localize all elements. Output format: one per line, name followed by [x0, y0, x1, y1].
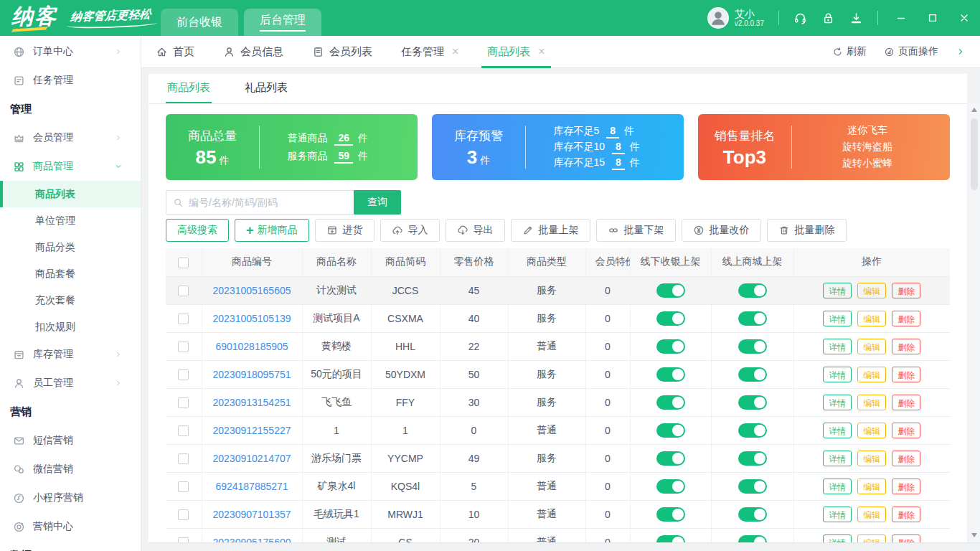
sidebar-item-order-center[interactable]: 订单中心 [0, 37, 141, 66]
maximize-button[interactable] [927, 12, 938, 24]
product-code-link[interactable]: 6924187885271 [215, 481, 288, 492]
minimize-button[interactable] [895, 12, 907, 24]
edit-button[interactable]: 编辑 [857, 423, 886, 438]
delete-button[interactable]: 删除 [892, 451, 920, 466]
row-checkbox[interactable] [178, 286, 189, 296]
detail-button[interactable]: 详情 [823, 395, 852, 410]
stat-line-value[interactable]: 26 [334, 132, 353, 146]
sidebar-item-marketing-center[interactable]: 营销中心 [0, 512, 141, 541]
offline-toggle[interactable] [656, 367, 685, 382]
product-code-link[interactable]: 20230913154251 [212, 397, 291, 408]
product-code-link[interactable]: 20231005165605 [212, 285, 291, 296]
top-nav-tab-cashier[interactable]: 前台收银 [161, 9, 238, 36]
row-checkbox[interactable] [178, 453, 189, 464]
product-code-link[interactable]: 20231005105139 [212, 313, 291, 324]
lock-icon[interactable] [821, 11, 835, 25]
delete-button[interactable]: 删除 [892, 423, 920, 438]
offline-toggle[interactable] [656, 535, 685, 543]
edit-button[interactable]: 编辑 [857, 367, 886, 382]
stat-line-value[interactable]: 8 [612, 141, 625, 154]
online-toggle[interactable] [738, 339, 767, 354]
delete-button[interactable]: 删除 [892, 339, 920, 354]
close-tab-icon[interactable]: × [538, 45, 545, 58]
panel-tab-goods-list[interactable]: 商品列表 [167, 81, 210, 103]
detail-button[interactable]: 详情 [823, 283, 852, 298]
delete-button[interactable]: 删除 [892, 507, 920, 522]
product-code-link[interactable]: 20230905175600 [212, 537, 291, 543]
scroll-up-arrow-icon[interactable] [971, 108, 977, 112]
advanced-search-button[interactable]: 高级搜索 [166, 219, 229, 242]
delete-button[interactable]: 删除 [892, 395, 920, 410]
close-tab-icon[interactable]: × [452, 45, 458, 58]
product-code-link[interactable]: 20230918095751 [212, 369, 291, 380]
online-toggle[interactable] [738, 451, 767, 466]
edit-button[interactable]: 编辑 [857, 395, 886, 410]
download-icon[interactable] [849, 11, 863, 25]
offline-toggle[interactable] [656, 339, 685, 354]
sidebar-subitem-unit-manage[interactable]: 单位管理 [0, 207, 141, 234]
online-toggle[interactable] [738, 507, 767, 522]
product-code-link[interactable]: 20230907101357 [212, 509, 291, 520]
batch-on-shelf-button[interactable]: 批量上架 [511, 219, 590, 242]
stat-line-value[interactable]: 59 [334, 150, 353, 164]
detail-button[interactable]: 详情 [823, 451, 852, 466]
row-checkbox[interactable] [178, 509, 189, 520]
delete-button[interactable]: 删除 [892, 367, 920, 382]
detail-button[interactable]: 详情 [823, 367, 852, 382]
sidebar-item-staff-manage[interactable]: 员工管理 [0, 369, 141, 397]
online-toggle[interactable] [738, 423, 767, 438]
edit-button[interactable]: 编辑 [857, 507, 886, 522]
horizontal-scrollbar[interactable] [149, 542, 980, 551]
offline-toggle[interactable] [656, 451, 685, 466]
sidebar-item-goods-manage[interactable]: 商品管理 [0, 152, 141, 181]
offline-toggle[interactable] [656, 479, 685, 494]
detail-button[interactable]: 详情 [823, 534, 852, 543]
add-product-button[interactable]: +新增商品 [235, 219, 309, 242]
sidebar-item-inventory-manage[interactable]: 库存管理 [0, 340, 141, 369]
batch-off-shelf-button[interactable]: 批量下架 [596, 219, 676, 242]
page-tab-home[interactable]: 首页 [156, 36, 194, 67]
refresh-button[interactable]: 刷新 [832, 45, 867, 58]
sidebar-item-wechat-marketing[interactable]: 微信营销 [0, 455, 141, 484]
page-tab-member-list[interactable]: 会员列表 [312, 36, 372, 67]
offline-toggle[interactable] [656, 283, 685, 298]
row-checkbox[interactable] [178, 369, 189, 380]
offline-toggle[interactable] [656, 395, 685, 410]
online-toggle[interactable] [738, 367, 767, 382]
customer-service-icon[interactable] [793, 11, 807, 25]
row-checkbox[interactable] [178, 342, 189, 352]
top-nav-tab-backstage[interactable]: 后台管理 [244, 9, 321, 36]
page-tab-task-manage[interactable]: 任务管理× [401, 36, 458, 67]
product-code-link[interactable]: 6901028185905 [215, 341, 288, 352]
product-code-link[interactable]: 20230912155227 [212, 425, 291, 436]
detail-button[interactable]: 详情 [823, 479, 852, 494]
panel-tab-gift-list[interactable]: 礼品列表 [245, 81, 288, 103]
edit-button[interactable]: 编辑 [857, 451, 886, 466]
page-ops-button[interactable]: 页面操作 [884, 45, 938, 58]
edit-button[interactable]: 编辑 [857, 339, 886, 354]
sidebar-item-member-manage[interactable]: 会员管理 [0, 123, 141, 152]
search-input[interactable] [189, 197, 347, 208]
row-checkbox[interactable] [178, 425, 189, 436]
edit-button[interactable]: 编辑 [857, 479, 886, 494]
delete-button[interactable]: 删除 [892, 479, 920, 494]
sidebar-subitem-goods-package[interactable]: 商品套餐 [0, 260, 141, 287]
sidebar-item-sms-marketing[interactable]: 短信营销 [0, 426, 141, 455]
online-toggle[interactable] [738, 283, 767, 298]
online-toggle[interactable] [738, 311, 767, 326]
chevron-right-icon[interactable] [956, 47, 966, 57]
online-toggle[interactable] [738, 395, 767, 410]
close-button[interactable] [958, 12, 970, 24]
detail-button[interactable]: 详情 [823, 339, 852, 354]
offline-toggle[interactable] [656, 311, 685, 326]
row-checkbox[interactable] [178, 537, 189, 542]
sidebar-subitem-deduct-rule[interactable]: 扣次规则 [0, 314, 141, 340]
page-tab-member-info[interactable]: 会员信息 [223, 36, 283, 67]
batch-delete-button[interactable]: 批量删除 [767, 219, 847, 242]
detail-button[interactable]: 详情 [823, 311, 852, 326]
online-toggle[interactable] [738, 479, 767, 494]
page-tab-goods-list[interactable]: 商品列表× [487, 36, 545, 67]
detail-button[interactable]: 详情 [823, 423, 852, 438]
sidebar-subitem-recharge-package[interactable]: 充次套餐 [0, 287, 141, 314]
delete-button[interactable]: 删除 [892, 283, 920, 298]
